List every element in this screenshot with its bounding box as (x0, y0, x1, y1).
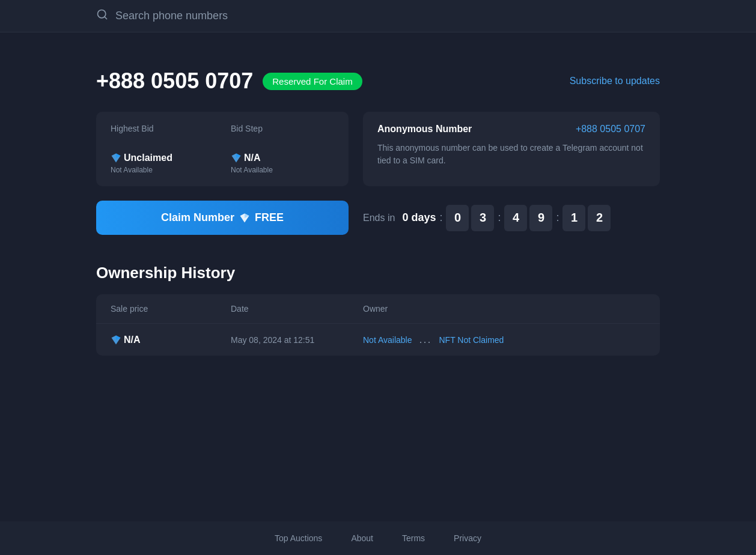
highest-bid-amount: Unclaimed (111, 153, 231, 163)
anon-number: +888 0505 0707 (576, 124, 645, 135)
col-header-date: Date (231, 304, 363, 314)
ends-label: Ends in (363, 213, 395, 223)
title-left: +888 0505 0707 Reserved For Claim (96, 68, 362, 94)
header (0, 0, 756, 32)
highest-bid-col: Unclaimed Not Available (111, 153, 231, 174)
ton-icon-claim (239, 213, 250, 223)
col-header-owner: Owner (363, 304, 645, 314)
nft-status: NFT Not Claimed (439, 335, 504, 345)
row-sale-price: N/A (111, 335, 231, 345)
countdown-d5: 1 (562, 205, 585, 231)
title-row: +888 0505 0707 Reserved For Claim Subscr… (96, 68, 660, 94)
table-row: N/A May 08, 2024 at 12:51 Not Available … (96, 324, 660, 356)
footer-link-privacy[interactable]: Privacy (454, 533, 481, 543)
countdown-sep-2: : (496, 211, 502, 224)
countdown: 0 days : 0 3 : 4 9 : 1 2 (402, 205, 611, 231)
claim-button[interactable]: Claim Number FREE (96, 201, 349, 235)
bid-values: Unclaimed Not Available N/A Not Availabl… (111, 153, 334, 174)
countdown-d2: 3 (471, 205, 494, 231)
bid-step-sub: Not Available (231, 166, 363, 174)
countdown-sep-3: : (555, 211, 560, 224)
footer-link-auctions[interactable]: Top Auctions (275, 533, 322, 543)
search-icon (96, 8, 108, 23)
bid-headers: Highest Bid Bid Step Minimum Bid (111, 124, 334, 143)
ton-icon-row (111, 335, 121, 345)
col-header-sale: Sale price (111, 304, 231, 314)
anon-description: This anonymous number can be used to cre… (377, 142, 645, 167)
countdown-d3: 4 (504, 205, 527, 231)
ownership-title: Ownership History (96, 264, 660, 282)
anon-header: Anonymous Number +888 0505 0707 (377, 124, 645, 135)
subscribe-link[interactable]: Subscribe to updates (570, 76, 660, 86)
bid-header-highest: Highest Bid (111, 124, 231, 143)
info-row: Highest Bid Bid Step Minimum Bid Unclaim… (96, 112, 660, 186)
search-input[interactable] (115, 10, 356, 22)
main-content: +888 0505 0707 Reserved For Claim Subscr… (0, 32, 756, 380)
bid-card: Highest Bid Bid Step Minimum Bid Unclaim… (96, 112, 349, 186)
reserved-badge: Reserved For Claim (263, 73, 362, 90)
claim-row: Claim Number FREE Ends in 0 days : 0 3 :… (96, 201, 660, 235)
bid-step-col: N/A Not Available (231, 153, 363, 174)
phone-number: +888 0505 0707 (96, 68, 253, 94)
ton-icon-2 (231, 153, 242, 163)
footer: Top Auctions About Terms Privacy (0, 521, 756, 555)
anon-card: Anonymous Number +888 0505 0707 This ano… (363, 112, 660, 186)
svg-line-1 (105, 17, 107, 19)
ton-icon-1 (111, 153, 121, 163)
footer-link-about[interactable]: About (351, 533, 373, 543)
anon-title: Anonymous Number (377, 124, 472, 135)
countdown-d4: 9 (529, 205, 552, 231)
history-header: Sale price Date Owner (96, 294, 660, 324)
countdown-d1: 0 (446, 205, 469, 231)
bid-header-step: Bid Step (231, 124, 363, 143)
countdown-days: 0 days (402, 211, 436, 224)
bid-step-amount: N/A (231, 153, 363, 163)
countdown-d6: 2 (588, 205, 611, 231)
highest-bid-sub: Not Available (111, 166, 231, 174)
owner-dots: ... (419, 333, 431, 346)
row-date: May 08, 2024 at 12:51 (231, 335, 363, 345)
owner-link[interactable]: Not Available (363, 335, 412, 345)
ends-in-container: Ends in 0 days : 0 3 : 4 9 : 1 2 (363, 205, 660, 231)
row-owner: Not Available ... NFT Not Claimed (363, 333, 645, 346)
countdown-sep-1: : (438, 211, 444, 224)
footer-link-terms[interactable]: Terms (402, 533, 425, 543)
history-table: Sale price Date Owner N/A May 08, 2024 a… (96, 294, 660, 356)
